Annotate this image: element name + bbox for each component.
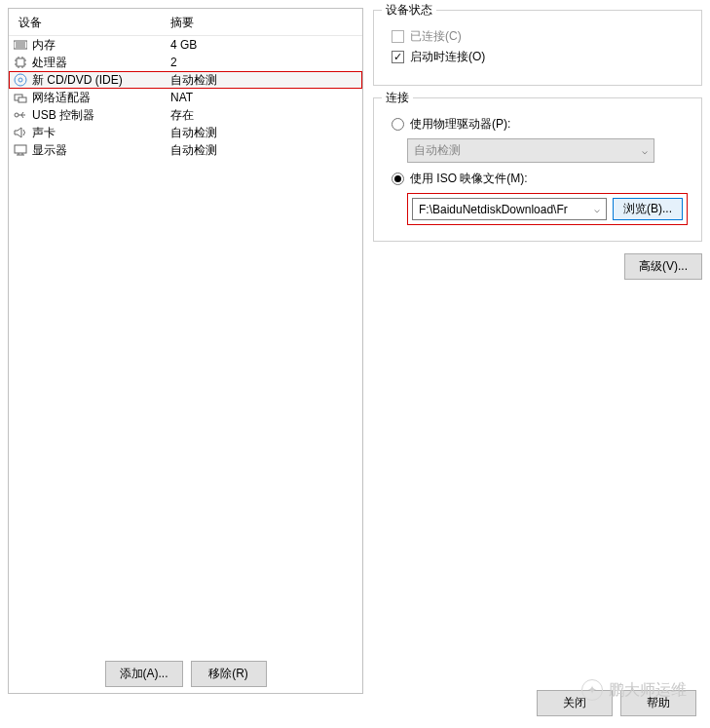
device-row-cddvd[interactable]: 新 CD/DVD (IDE) 自动检测 [9,71,362,89]
radio-icon [392,118,404,131]
device-row-sound[interactable]: 声卡 自动检测 [9,124,362,141]
physical-drive-dropdown[interactable]: 自动检测 ⌵ [407,138,654,163]
device-summary: 存在 [170,107,358,124]
network-icon [13,90,28,105]
connected-label: 已连接(C) [410,28,462,45]
advanced-button[interactable]: 高级(V)... [624,253,702,280]
device-list-header: 设备 摘要 [9,9,362,36]
help-button[interactable]: 帮助 [620,690,696,716]
device-name: USB 控制器 [32,107,170,124]
disc-icon [13,72,28,88]
svg-rect-4 [17,58,24,66]
remove-button[interactable]: 移除(R) [191,661,267,687]
device-row-memory[interactable]: 内存 4 GB [9,36,362,54]
device-summary: 4 GB [170,38,358,52]
device-summary: 自动检测 [170,72,358,89]
processor-icon [13,55,28,70]
iso-path-combo[interactable]: F:\BaiduNetdiskDownload\Fr ⌵ [412,198,607,220]
connect-at-power-checkbox-row[interactable]: 启动时连接(O) [392,49,688,65]
physical-drive-radio-row[interactable]: 使用物理驱动器(P): [392,116,688,133]
device-summary: NAT [170,91,358,104]
sound-icon [13,125,28,140]
svg-point-13 [15,74,26,86]
device-row-processor[interactable]: 处理器 2 [9,54,362,71]
add-button[interactable]: 添加(A)... [105,661,183,687]
device-summary: 自动检测 [170,125,358,141]
chevron-down-icon: ⌵ [594,204,600,214]
svg-rect-22 [15,145,26,153]
iso-radio-row[interactable]: 使用 ISO 映像文件(M): [392,171,688,187]
usb-icon [13,107,28,123]
iso-label: 使用 ISO 映像文件(M): [410,171,528,187]
device-list-panel: 设备 摘要 内存 4 GB 处理器 2 新 CD/DVD (IDE) 自动检测 [8,8,363,694]
connection-legend: 连接 [382,90,413,106]
chevron-down-icon: ⌵ [642,145,648,156]
radio-icon [392,172,404,185]
header-device: 设备 [13,15,170,31]
memory-icon [13,37,28,53]
device-name: 内存 [32,37,170,54]
dropdown-value: 自动检测 [414,142,461,159]
device-row-usb[interactable]: USB 控制器 存在 [9,106,362,124]
device-name: 显示器 [32,142,170,159]
display-icon [13,142,28,158]
svg-rect-16 [19,97,26,102]
device-row-network[interactable]: 网络适配器 NAT [9,89,362,106]
svg-marker-21 [15,128,21,137]
device-row-display[interactable]: 显示器 自动检测 [9,141,362,159]
header-summary: 摘要 [170,15,358,31]
device-summary: 2 [170,56,358,69]
device-name: 处理器 [32,55,170,71]
browse-button[interactable]: 浏览(B)... [613,198,683,220]
status-legend: 设备状态 [382,2,436,19]
device-summary: 自动检测 [170,142,358,159]
connected-checkbox-row[interactable]: 已连接(C) [392,28,688,45]
physical-label: 使用物理驱动器(P): [410,116,510,133]
svg-point-14 [19,78,22,82]
device-status-group: 设备状态 已连接(C) 启动时连接(O) [373,10,702,86]
connect-at-power-label: 启动时连接(O) [410,49,485,65]
connection-group: 连接 使用物理驱动器(P): 自动检测 ⌵ 使用 ISO 映像文件(M): F:… [373,97,702,242]
svg-point-17 [15,113,19,117]
checkbox-icon [392,51,404,63]
device-name: 声卡 [32,125,170,141]
device-name: 新 CD/DVD (IDE) [32,72,170,89]
iso-path-value: F:\BaiduNetdiskDownload\Fr [419,203,568,216]
checkbox-icon [392,30,404,43]
device-name: 网络适配器 [32,90,170,106]
close-button[interactable]: 关闭 [537,690,613,716]
